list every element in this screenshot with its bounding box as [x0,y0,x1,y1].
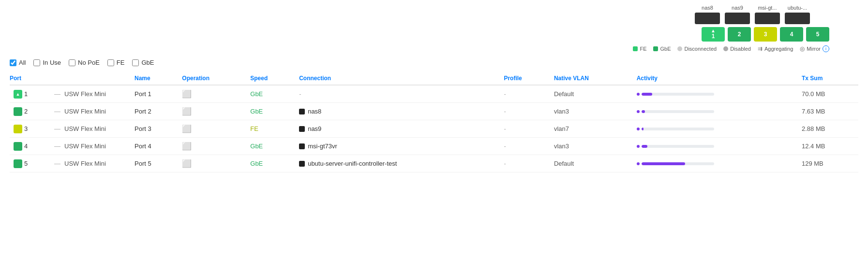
speed-value-5: GbE [250,160,263,167]
port-btn-2[interactable]: 2 [728,27,751,42]
activity-fill-2 [642,110,645,113]
op-icon-2: ⬜ [182,107,192,115]
vlan-value-4: vlan3 [554,143,569,150]
port-btn-5-label: 5 [816,31,820,38]
name-cell-4: Port 4 [131,138,178,155]
profile-cell-3: - [500,120,550,138]
port-num-5: 5 [24,160,28,167]
activity-fill-3 [642,128,644,130]
vlan-value-3: vlan7 [554,125,569,132]
filter-nopoe[interactable]: No PoE [69,59,100,66]
table-row[interactable]: 3 — USW Flex Mini Port 3⬜FE nas9 -vlan7 … [10,120,858,138]
legend-label-disconnected: Disconnected [684,46,717,52]
dash-sep-5: — [54,160,60,167]
device-label-msi: msi-gt... [755,5,780,11]
legend-label-mirror: Mirror [807,46,821,52]
filter-gbe-checkbox[interactable] [132,59,139,66]
filter-all-label: All [19,59,26,66]
device-label-nas8: nas8 [695,5,720,11]
op-icon-1: ⬜ [182,90,192,98]
speed-cell-1: GbE [246,85,295,103]
conn-cell-3: nas9 [295,120,500,138]
port-visual-section: nas8 nas9 msi-gt... ubutu-... ▲ 1 2 3 [10,5,858,52]
col-port: Port [10,72,48,85]
port-indicator-4 [14,142,22,151]
info-icon[interactable]: i [823,45,829,52]
profile-dash-1: - [504,90,506,98]
port-num-2: 2 [24,108,28,115]
activity-cell-4 [633,138,798,155]
conn-box-5 [299,161,305,167]
op-cell-1: ⬜ [178,85,246,103]
filter-fe-checkbox[interactable] [107,59,114,66]
conn-box-2 [299,109,305,114]
conn-cell-4: msi-gt73vr [295,138,500,155]
profile-dash-5: - [504,160,506,167]
page-container: nas8 nas9 msi-gt... ubutu-... ▲ 1 2 3 [0,0,868,177]
legend-label-gbe: GbE [660,46,671,52]
device-labels-row: nas8 nas9 msi-gt... ubutu-... [714,5,829,11]
vlan-cell-2: vlan3 [550,103,633,120]
table-row[interactable]: ▲ 1 — USW Flex Mini Port 1⬜GbE--Default … [10,85,858,103]
port-btn-1-arrow: ▲ [711,28,716,33]
legend-dot-disabled [723,46,728,51]
activity-cell-5 [633,155,798,172]
legend-label-fe: FE [640,46,646,52]
activity-dot-2 [637,110,640,113]
col-profile: Profile [500,72,550,85]
filter-all-checkbox[interactable] [10,59,16,66]
speed-cell-4: GbE [246,138,295,155]
device-label-ubutu: ubutu-... [785,5,810,11]
name-cell-1: Port 1 [131,85,178,103]
vlan-value-5: Default [554,160,574,167]
col-operation: Operation [178,72,246,85]
activity-dot-5 [637,162,640,165]
device-cell-5: — USW Flex Mini [48,155,131,172]
conn-cell-2: nas8 [295,103,500,120]
filter-nopoe-checkbox[interactable] [69,59,75,66]
table-row[interactable]: 5 — USW Flex Mini Port 5⬜GbE ubutu-serve… [10,155,858,172]
device-name-1: USW Flex Mini [64,90,106,98]
filter-fe-label: FE [117,59,125,66]
profile-cell-1: - [500,85,550,103]
filter-inuse[interactable]: In Use [33,59,61,66]
port-buttons-row: ▲ 1 2 3 4 5 [702,27,829,42]
device-name-3: USW Flex Mini [64,125,106,132]
port-cell-1: ▲ 1 [10,85,48,103]
profile-cell-5: - [500,155,550,172]
filter-gbe[interactable]: GbE [132,59,154,66]
legend-disabled: Disabled [723,46,751,52]
name-cell-3: Port 3 [131,120,178,138]
activity-dot-1 [637,93,640,96]
device-icons-row [695,13,810,24]
filter-inuse-label: In Use [43,59,61,66]
vlan-value-1: Default [554,90,574,98]
port-btn-1[interactable]: ▲ 1 [702,27,725,42]
op-cell-3: ⬜ [178,120,246,138]
legend-label-aggregating: Aggregating [764,46,793,52]
port-btn-5[interactable]: 5 [806,27,829,42]
activity-fill-4 [642,145,647,148]
col-native-vlan: Native VLAN [550,72,633,85]
filter-inuse-checkbox[interactable] [33,59,40,66]
dash-sep-1: — [54,90,60,98]
device-name-2: USW Flex Mini [64,108,106,115]
col-connection: Connection [295,72,500,85]
filter-all[interactable]: All [10,59,26,66]
dash-sep-4: — [54,143,60,150]
vlan-value-2: vlan3 [554,108,569,115]
table-row[interactable]: 4 — USW Flex Mini Port 4⬜GbE msi-gt73vr … [10,138,858,155]
legend-dot-disconnected [677,46,682,51]
port-btn-3[interactable]: 3 [754,27,777,42]
port-num-3: 3 [24,125,28,132]
activity-cell-2 [633,103,798,120]
tx-sum-value-5: 129 MB [802,160,823,167]
conn-cell-5: ubutu-server-unifi-controller-test [295,155,500,172]
activity-fill-5 [642,162,685,165]
table-row[interactable]: 2 — USW Flex Mini Port 2⬜GbE nas8 -vlan3… [10,103,858,120]
col-tx-sum: Tx Sum [798,72,858,85]
device-cell-2: — USW Flex Mini [48,103,131,120]
port-btn-4[interactable]: 4 [780,27,803,42]
filter-fe[interactable]: FE [107,59,125,66]
op-cell-2: ⬜ [178,103,246,120]
